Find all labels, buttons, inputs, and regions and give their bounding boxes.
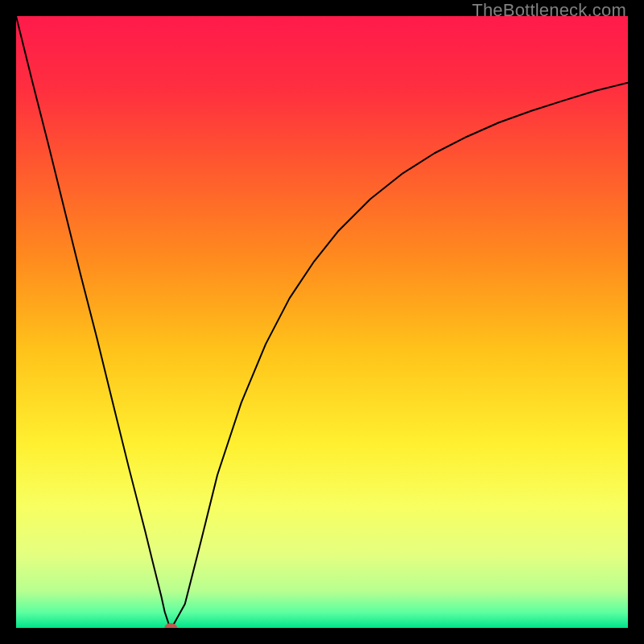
- chart-frame: [16, 16, 628, 628]
- chart-background: [16, 16, 628, 628]
- watermark-text: TheBottleneck.com: [472, 0, 626, 21]
- chart-svg: [16, 16, 628, 628]
